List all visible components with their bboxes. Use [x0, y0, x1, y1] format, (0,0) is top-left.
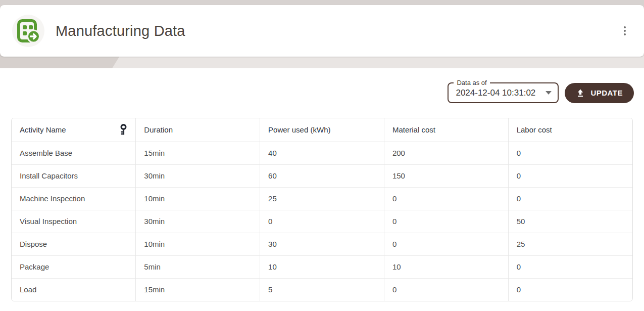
table-row: Dispose 10min 30 0 25	[12, 233, 632, 255]
kebab-menu-icon[interactable]	[621, 23, 629, 38]
chevron-down-icon	[546, 91, 552, 95]
column-header-activity-name[interactable]: Activity Name	[12, 118, 136, 142]
cell-labor-cost: 0	[508, 187, 632, 210]
cell-labor-cost: 0	[508, 278, 632, 301]
cell-duration: 5min	[136, 255, 260, 278]
column-header-label: Activity Name	[20, 125, 66, 134]
cell-power-used: 60	[260, 164, 384, 187]
cell-material-cost: 150	[384, 164, 508, 187]
cell-power-used: 10	[260, 255, 384, 278]
data-as-of-select[interactable]: Data as of 2024-12-04 10:31:02	[448, 82, 559, 103]
table-row: Package 5min 10 10 0	[12, 255, 632, 278]
cell-labor-cost: 50	[508, 210, 632, 233]
table-body: Assemble Base 15min 40 200 0 Install Cap…	[12, 142, 632, 301]
manufacturing-app-icon	[16, 19, 40, 43]
cell-duration: 30min	[136, 210, 260, 233]
cell-activity-name: Package	[12, 255, 136, 278]
cell-duration: 30min	[136, 164, 260, 187]
column-header-duration[interactable]: Duration	[136, 118, 260, 142]
cell-material-cost: 200	[384, 142, 508, 164]
cell-activity-name: Visual Inspection	[12, 210, 136, 233]
cell-material-cost: 0	[384, 233, 508, 255]
table-row: Machine Inspection 10min 25 0 0	[12, 187, 632, 210]
cell-material-cost: 0	[384, 210, 508, 233]
cell-power-used: 0	[260, 210, 384, 233]
cell-activity-name: Install Capacitors	[12, 164, 136, 187]
cell-activity-name: Assemble Base	[12, 142, 136, 164]
table-header-row: Activity Name Duration Power used (kWh) …	[12, 118, 632, 142]
table-row: Assemble Base 15min 40 200 0	[12, 142, 632, 164]
table-row: Load 15min 5 0 0	[12, 278, 632, 301]
cell-duration: 15min	[136, 142, 260, 164]
cell-duration: 15min	[136, 278, 260, 301]
cell-power-used: 25	[260, 187, 384, 210]
app-icon-background	[12, 15, 44, 47]
column-header-power-used[interactable]: Power used (kWh)	[260, 118, 384, 142]
update-button-label: UPDATE	[590, 88, 623, 97]
cell-activity-name: Machine Inspection	[12, 187, 136, 210]
cell-activity-name: Load	[12, 278, 136, 301]
data-as-of-value: 2024-12-04 10:31:02	[456, 88, 541, 98]
column-header-material-cost[interactable]: Material cost	[384, 118, 508, 142]
table-row: Visual Inspection 30min 0 0 50	[12, 210, 632, 233]
key-icon	[120, 124, 127, 136]
cell-power-used: 5	[260, 278, 384, 301]
cell-material-cost: 10	[384, 255, 508, 278]
table-row: Install Capacitors 30min 60 150 0	[12, 164, 632, 187]
cell-activity-name: Dispose	[12, 233, 136, 255]
page-title: Manufacturing Data	[56, 23, 185, 39]
cell-material-cost: 0	[384, 278, 508, 301]
update-button[interactable]: UPDATE	[565, 83, 634, 103]
cell-labor-cost: 25	[508, 233, 632, 255]
manufacturing-table-container: Activity Name Duration Power used (kWh) …	[11, 118, 633, 301]
main-content: Data as of 2024-12-04 10:31:02 UPDATE Ac…	[0, 68, 644, 301]
column-header-labor-cost[interactable]: Labor cost	[508, 118, 632, 142]
manufacturing-table: Activity Name Duration Power used (kWh) …	[12, 118, 632, 301]
data-as-of-label: Data as of	[454, 78, 489, 87]
upload-icon	[576, 88, 585, 98]
top-strip: Manufacturing Data	[0, 0, 644, 68]
app-header: Manufacturing Data	[0, 5, 644, 57]
cell-power-used: 40	[260, 142, 384, 164]
cell-labor-cost: 0	[508, 142, 632, 164]
cell-labor-cost: 0	[508, 164, 632, 187]
cell-labor-cost: 0	[508, 255, 632, 278]
cell-power-used: 30	[260, 233, 384, 255]
cell-duration: 10min	[136, 233, 260, 255]
controls-row: Data as of 2024-12-04 10:31:02 UPDATE	[11, 82, 634, 103]
cell-duration: 10min	[136, 187, 260, 210]
cell-material-cost: 0	[384, 187, 508, 210]
